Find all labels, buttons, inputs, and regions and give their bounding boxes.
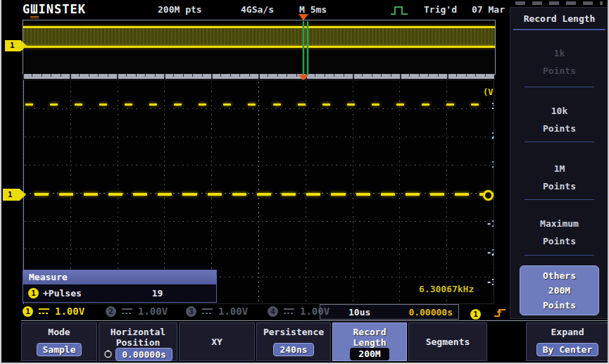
frequency-readout: 6.30067kHz: [419, 284, 474, 294]
overview-window: [23, 20, 496, 75]
sidebar-item-others-200m-points[interactable]: Others200MPoints: [520, 265, 599, 315]
sidebar-divider: [525, 255, 594, 256]
zoom-window-right-line: [307, 21, 308, 75]
measure-item-name: +Pulses: [43, 288, 82, 299]
menu-button-horizontal-position[interactable]: HorizontalPosition0.00000s: [99, 322, 177, 361]
dc-coupling-icon: [122, 308, 132, 315]
channel-4-badge: 4: [268, 306, 278, 317]
sample-rate-readout: 4GSa/s: [241, 4, 274, 15]
channel-3-badge: 3: [186, 306, 196, 317]
oscilloscope-screen: GШINSTEK 200M pts 4GSa/s M 5ms Trig'd 07…: [0, 0, 609, 364]
menu-label-xy: XY: [211, 337, 222, 347]
menu-value-persistence: 240ns: [273, 343, 313, 356]
channel-2-scale: 1.00V: [138, 306, 168, 317]
axis-label--2.00: -2.00: [479, 248, 494, 258]
sidebar-divider: [525, 142, 594, 142]
menu-label-horizontal-position: HorizontalPosition: [111, 327, 165, 348]
sidebar-item-1k-points[interactable]: 1kPoints: [510, 44, 608, 80]
menu-button-expand[interactable]: ExpandBy Center: [526, 322, 609, 361]
trigger-status: Trig'd: [424, 4, 457, 15]
sidebar-divider: [525, 199, 594, 200]
menu-value-row: 0.00000s: [103, 348, 172, 361]
zoom-window-marker-top-icon: [299, 14, 308, 20]
trigger-source-number: 1: [470, 309, 481, 320]
clipped-datetime-fragment: [515, 1, 603, 5]
axis-label--3.00: -3.00: [479, 277, 494, 287]
sidebar-divider: [525, 87, 594, 87]
channel-1-scale: 1.00V: [55, 306, 84, 317]
logo-text-rest: INSTEK: [39, 2, 86, 16]
channel-4-scale: 1.00V: [300, 306, 329, 317]
measure-panel-title: Measure: [23, 270, 216, 284]
menu-value-mode: Sample: [37, 343, 82, 356]
measure-channel-badge: 1: [28, 288, 39, 299]
channel-3-status: 31.00V: [186, 306, 248, 317]
zoom-timebase-readout: 10us: [349, 307, 370, 318]
sidebar-title-rule: [513, 29, 605, 30]
measure-row: 1 +Pulses 19: [23, 284, 216, 302]
measure-item-value: 19: [152, 288, 163, 299]
axis-label-4.00: 4.00: [479, 80, 494, 82]
menu-value-horizontal-position: 0.00000s: [115, 348, 172, 361]
dc-coupling-icon: [284, 308, 294, 315]
menu-button-mode[interactable]: ModeSample: [21, 322, 97, 361]
channel-1-badge: 1: [23, 306, 33, 317]
sidebar-title: Record Length: [510, 13, 608, 24]
trigger-level-marker-icon: [483, 190, 494, 201]
menu-label-expand: Expand: [551, 327, 584, 337]
axis-label-3.00: 3.00: [479, 101, 494, 111]
zoom-window-left-line: [303, 21, 304, 75]
channel-2-status: 21.00V: [106, 306, 168, 317]
axis-unit-label: (V): [483, 87, 494, 97]
sidebar-item-10k-points[interactable]: 10kPoints: [510, 102, 608, 137]
trigger-source-badge: 1: [470, 306, 481, 320]
menu-value-expand: By Center: [536, 343, 598, 356]
record-points-readout: 200M pts: [158, 4, 202, 15]
channel-3-scale: 1.00V: [218, 306, 248, 317]
logo-text-g: G: [23, 2, 30, 16]
menu-button-persistence[interactable]: Persistence240ns: [256, 322, 331, 361]
bottom-menu: ModeSampleHorizontalPosition0.00000sXYPe…: [1, 321, 609, 364]
menu-value-row: 200M: [350, 348, 389, 360]
main-timebase-readout: M 5ms: [299, 4, 327, 15]
menu-value-record-length: 200M: [350, 348, 389, 360]
menu-value-row: By Center: [536, 343, 598, 356]
overview-trace-bottom: [23, 46, 495, 48]
trigger-pulse-icon: [390, 5, 408, 18]
gwinstek-logo: GШINSTEK: [23, 2, 86, 16]
overview-trace-band: [23, 28, 495, 46]
menu-button-segments[interactable]: Segments: [408, 322, 487, 361]
axis-label--1.00: -1.00: [479, 219, 494, 229]
dc-coupling-icon: [202, 308, 213, 315]
menu-value-row: 240ns: [273, 343, 313, 356]
channel-2-badge: 2: [106, 306, 116, 317]
menu-label-persistence: Persistence: [263, 327, 324, 337]
rotary-knob-icon: [103, 348, 113, 361]
menu-label-record-length: Record Length: [334, 327, 405, 348]
sidebar-item-1m-points[interactable]: 1MPoints: [510, 160, 608, 195]
menu-value-row: Sample: [37, 343, 82, 356]
horizontal-position-readout: 0.00000s: [408, 307, 453, 318]
menu-label-segments: Segments: [426, 337, 470, 347]
trigger-edge-icon: [493, 306, 507, 321]
menu-button-xy[interactable]: XY: [179, 322, 255, 361]
axis-label-2.00: 2.00: [479, 131, 494, 141]
dc-coupling-icon: [39, 308, 49, 315]
menu-label-mode: Mode: [48, 327, 70, 337]
logo-text-w: Ш: [30, 2, 38, 18]
horizontal-status-box: 10us 0.00000s: [320, 304, 459, 320]
measure-panel: Measure 1 +Pulses 19: [23, 270, 217, 303]
channel-4-status: 41.00V: [268, 306, 329, 317]
sidebar-item-maximum-points[interactable]: MaximumPoints: [510, 215, 608, 250]
date-readout: 07 Mar: [472, 4, 505, 15]
sidebar-record-length-menu: Record Length 1kPoints10kPoints1MPointsM…: [510, 7, 609, 319]
overview-ruler: [23, 74, 494, 79]
axis-label-1.00: 1.00: [479, 160, 494, 170]
menu-button-record-length[interactable]: Record Length200M: [332, 322, 407, 361]
channel-1-status: 11.00V: [23, 306, 84, 317]
